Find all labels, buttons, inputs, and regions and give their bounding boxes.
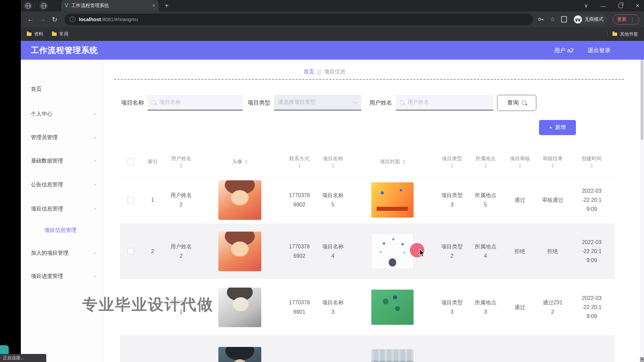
col-project-type[interactable]: 项目类型 xyxy=(436,156,468,168)
chevron-down-icon xyxy=(94,208,96,211)
url-path: :8081/#/xiangmu xyxy=(101,16,138,22)
tab-close-icon[interactable]: × xyxy=(152,3,155,9)
window-minimize-icon[interactable]: — xyxy=(601,3,606,9)
new-tab-button[interactable]: + xyxy=(165,2,169,10)
sort-icon[interactable] xyxy=(245,160,248,164)
col-audit[interactable]: 项目审核 xyxy=(503,156,537,168)
sidebar-subitem-project-info-active[interactable]: 项目信息管理 xyxy=(44,227,95,234)
search-icon xyxy=(522,101,526,105)
table-row[interactable]: 2 用户姓名 2 1770378 6902 项目名称 4 项目类型 2 所属地点… xyxy=(120,224,615,279)
row-checkbox[interactable] xyxy=(127,197,134,203)
address-bar[interactable]: i localhost:8081/#/xiangmu xyxy=(64,14,533,25)
plus-icon: + xyxy=(549,125,552,131)
chevron-down-icon xyxy=(94,253,96,255)
sidebar-item-home[interactable]: 首页 xyxy=(31,86,96,93)
chevron-down-icon xyxy=(353,99,358,104)
folder-icon xyxy=(27,33,32,36)
scrollbar-down-arrow[interactable] xyxy=(640,357,644,362)
sort-icon[interactable] xyxy=(451,164,453,168)
user-name-label: 用户姓名 xyxy=(369,99,392,107)
current-user[interactable]: 用户 a2 xyxy=(554,47,574,54)
chevron-down-icon xyxy=(94,161,96,163)
sort-icon[interactable] xyxy=(332,164,334,168)
user-name-input[interactable] xyxy=(407,99,489,106)
table-row[interactable]: 1 用户姓名 2 1770378 6902 项目名称 5 项目类型 3 所属地点… xyxy=(120,176,615,224)
browser-profile-button[interactable] xyxy=(23,1,32,10)
window-restore-icon[interactable] xyxy=(619,4,623,8)
other-bookmarks-label: 其他书签 xyxy=(620,31,638,37)
menu-kebab-icon[interactable]: ⋮ xyxy=(630,18,635,20)
avatar-image xyxy=(218,347,261,362)
query-button[interactable]: 查询 xyxy=(497,95,536,111)
breadcrumb-home-link[interactable]: 首页 xyxy=(304,68,314,75)
col-project-name[interactable]: 项目名称 xyxy=(317,156,349,168)
project-name-input[interactable] xyxy=(159,99,239,106)
browser-profile-button-2[interactable] xyxy=(39,1,48,10)
window-menu-icon[interactable]: ∨ xyxy=(584,3,588,9)
url-host: localhost xyxy=(79,16,101,22)
project-cover-image xyxy=(371,234,414,269)
chrome-update-button[interactable]: 更新 ⋮ xyxy=(613,14,639,24)
col-cover[interactable]: 项目封面 xyxy=(349,159,436,165)
sidebar-item-personal-center[interactable]: 个人中心 xyxy=(31,111,96,118)
avatar-image xyxy=(218,232,261,271)
bookmark-star-icon[interactable]: ☆ xyxy=(550,16,555,23)
project-cover-image xyxy=(371,182,414,218)
sort-icon[interactable] xyxy=(298,164,301,168)
other-bookmarks[interactable]: 其他书签 xyxy=(607,31,638,37)
project-name-field[interactable] xyxy=(148,95,243,111)
sort-icon[interactable] xyxy=(590,164,593,168)
breadcrumb: 首页 项目信息 xyxy=(304,68,345,75)
header-right: 用户 a2 退出登录 xyxy=(554,47,610,54)
site-info-icon[interactable]: i xyxy=(70,16,75,22)
col-user-name[interactable]: 用户姓名 xyxy=(164,156,198,168)
table-row-partial[interactable]: 2022-03 xyxy=(120,336,615,362)
user-name-field[interactable] xyxy=(396,95,493,111)
select-all-checkbox[interactable] xyxy=(127,159,134,165)
sidebar-item-joined-projects[interactable]: 加入的项目管理 xyxy=(31,250,96,257)
col-audit-result[interactable]: 审核结果 xyxy=(537,156,569,168)
select-placeholder: 请选择项目类型 xyxy=(278,99,351,106)
sidebar-item-admin-management[interactable]: 管理员管理 xyxy=(31,134,96,141)
side-panel-icon[interactable] xyxy=(561,16,567,22)
col-create-time[interactable]: 创建时间 xyxy=(569,156,615,168)
tab-title: 工作流程管理系统 xyxy=(71,3,150,9)
col-contact[interactable]: 联系方式 xyxy=(282,156,317,168)
sort-icon[interactable] xyxy=(484,164,487,168)
breadcrumb-separator-icon xyxy=(317,70,321,74)
bookmark-folder-ziliao[interactable]: 资料 xyxy=(27,31,43,37)
project-type-select[interactable]: 请选择项目类型 xyxy=(274,95,361,111)
back-icon[interactable]: ← xyxy=(25,15,36,23)
add-button[interactable]: + 新增 xyxy=(539,120,576,135)
col-location[interactable]: 所属地点 xyxy=(468,156,503,168)
forward-icon[interactable]: → xyxy=(38,15,48,23)
sidebar-item-project-progress[interactable]: 项目进度管理 xyxy=(31,273,96,280)
window-close-icon[interactable]: × xyxy=(636,2,639,9)
watermark-text: 专业毕业设计代做 xyxy=(82,294,214,315)
row-checkbox[interactable] xyxy=(127,248,134,254)
sort-icon[interactable] xyxy=(519,164,521,168)
sort-icon[interactable] xyxy=(402,160,405,164)
password-key-icon[interactable] xyxy=(538,16,544,22)
bookmark-folder-changyong[interactable]: 常用 xyxy=(52,31,68,37)
sort-icon[interactable] xyxy=(551,164,554,168)
browser-window: V 工作流程管理系统 × + ∨ — × ← → ↻ i localhost:8… xyxy=(21,0,644,362)
header-checkbox-cell xyxy=(120,159,141,165)
sidebar-item-announcement[interactable]: 公告信息管理 xyxy=(31,181,96,188)
sidebar-item-basic-data[interactable]: 基础数据管理 xyxy=(31,158,96,165)
page-scrollbar[interactable] xyxy=(640,60,644,362)
sort-icon[interactable] xyxy=(180,164,182,168)
scrollbar-thumb[interactable] xyxy=(641,60,643,140)
col-index[interactable]: 索引 xyxy=(141,159,164,165)
dashed-divider xyxy=(114,79,624,80)
logout-link[interactable]: 退出登录 xyxy=(588,47,610,54)
vue-favicon-icon: V xyxy=(65,3,68,9)
sidebar-item-project-info[interactable]: 项目信息管理 xyxy=(31,205,96,213)
col-avatar[interactable]: 头像 xyxy=(198,159,282,165)
search-icon xyxy=(152,100,156,105)
web-page: 工作流程管理系统 用户 a2 退出登录 首页 个人中心 管理员管理 基础数据管理… xyxy=(21,41,644,362)
folder-icon xyxy=(612,33,617,36)
browser-tab-active[interactable]: V 工作流程管理系统 × xyxy=(61,0,159,11)
app-title: 工作流程管理系统 xyxy=(31,45,98,56)
reload-icon[interactable]: ↻ xyxy=(50,15,60,23)
